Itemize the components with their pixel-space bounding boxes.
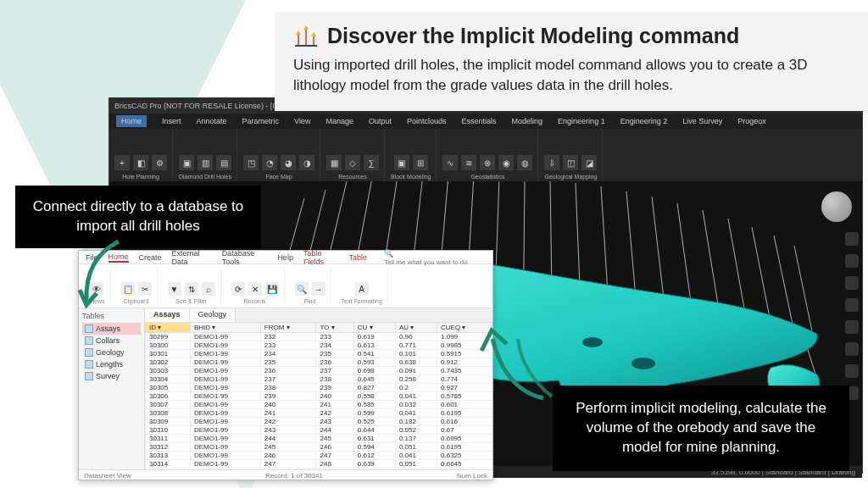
ribbon-icon[interactable]: ⇩ — [544, 155, 559, 170]
table-row[interactable]: 30310DEMO1-992432440.6440.0520.67 — [146, 426, 492, 435]
table-row[interactable]: 30311DEMO1-992442450.6310.1370.6995 — [146, 435, 492, 443]
cell[interactable]: 234 — [316, 341, 353, 350]
cell[interactable]: 0.639 — [353, 460, 395, 469]
table-row[interactable]: 30302DEMO1-992352360.5930.6380.912 — [146, 358, 492, 367]
cell[interactable]: 241 — [260, 409, 316, 418]
cell[interactable]: 30300 — [146, 341, 191, 350]
cad-tab-output[interactable]: Output — [369, 117, 392, 125]
tool-icon[interactable] — [845, 232, 859, 246]
ribbon-icon[interactable]: ▣ — [394, 155, 409, 170]
cad-tab-annotate[interactable]: Annotate — [197, 117, 227, 125]
cell[interactable]: 30303 — [146, 367, 191, 375]
db-table-tabs[interactable]: AssaysGeology — [145, 308, 492, 322]
cell[interactable]: 246 — [316, 443, 353, 452]
cell[interactable]: 0.558 — [353, 392, 395, 401]
cell[interactable]: 30311 — [146, 435, 191, 443]
cell[interactable]: DEMO1-99 — [190, 358, 260, 367]
cell[interactable]: 0.585 — [353, 401, 395, 409]
nav-item-assays[interactable]: Assays — [82, 323, 141, 335]
cad-tab-live-survey[interactable]: Live Survey — [682, 117, 722, 125]
cell[interactable]: DEMO1-99 — [190, 426, 260, 435]
cell[interactable]: 30305 — [146, 384, 191, 392]
ribbon-icon[interactable]: ⊗ — [480, 155, 495, 170]
ribbon-icon[interactable]: ▣ — [179, 155, 194, 170]
cad-tab-parametric[interactable]: Parametric — [242, 117, 280, 125]
cell[interactable]: 0.644 — [353, 426, 395, 435]
cell[interactable]: 232 — [260, 333, 316, 341]
nav-item-geology[interactable]: Geology — [82, 347, 141, 358]
cell[interactable]: 0.67 — [437, 426, 492, 435]
cell[interactable]: 0.6195 — [437, 443, 492, 452]
cell[interactable]: 238 — [316, 375, 353, 384]
cell[interactable]: 0.6645 — [437, 460, 492, 469]
cell[interactable]: 242 — [316, 409, 353, 418]
db-ribbon-icon[interactable]: 🔍 — [295, 282, 309, 296]
cell[interactable]: 244 — [260, 435, 316, 443]
table-row[interactable]: 30303DEMO1-992362370.6980.0910.7435 — [146, 367, 492, 375]
table-row[interactable]: 30305DEMO1-992382390.8270.20.927 — [146, 384, 492, 392]
cell[interactable]: 0.541 — [353, 350, 395, 358]
ribbon-icon[interactable]: ◪ — [581, 155, 597, 170]
db-ribbon-icon[interactable]: → — [312, 282, 326, 296]
tool-icon[interactable] — [845, 254, 859, 268]
tool-icon[interactable] — [845, 320, 859, 334]
cell[interactable]: 0.137 — [395, 435, 437, 443]
cell[interactable]: DEMO1-99 — [190, 443, 260, 452]
cell[interactable]: 247 — [260, 460, 316, 469]
db-menu-database-tools[interactable]: Database Tools — [222, 249, 268, 266]
cell[interactable]: 248 — [316, 460, 353, 469]
ribbon-icon[interactable]: ◕ — [281, 155, 296, 170]
cell[interactable]: 235 — [260, 358, 316, 367]
ribbon-icon[interactable]: + — [114, 155, 130, 170]
cell[interactable]: 0.594 — [353, 443, 395, 452]
table-tab-assays[interactable]: Assays — [145, 308, 190, 322]
table-row[interactable]: 30313DEMO1-992462470.6120.0410.6325 — [146, 452, 492, 460]
cell[interactable]: 0.6995 — [437, 435, 492, 443]
cell[interactable]: 240 — [316, 392, 353, 401]
cad-tab-essentials[interactable]: Essentials — [462, 117, 497, 125]
cell[interactable]: 0.607 — [353, 469, 395, 470]
tool-icon[interactable] — [845, 364, 859, 378]
col-id[interactable]: ID ▾ — [146, 323, 191, 333]
cell[interactable]: 30312 — [146, 443, 191, 452]
cell[interactable]: 30306 — [146, 392, 191, 401]
cell[interactable]: DEMO1-99 — [190, 392, 260, 401]
cell[interactable]: 237 — [260, 375, 316, 384]
ribbon-icon[interactable]: ▤ — [216, 155, 231, 170]
cell[interactable]: DEMO1-99 — [190, 435, 260, 443]
cell[interactable]: 0.631 — [353, 435, 395, 443]
cell[interactable]: 30313 — [146, 452, 191, 460]
viewport-tools[interactable] — [845, 232, 859, 400]
cell[interactable]: DEMO1-99 — [190, 469, 260, 470]
col-to[interactable]: TO ▾ — [316, 323, 353, 333]
db-table[interactable]: ID ▾BHID ▾FROM ▾TO ▾CU ▾AU ▾CUEQ ▾30299D… — [145, 322, 492, 469]
table-row[interactable]: 30315DEMO1-992482490.6070.1730.6935 — [146, 469, 492, 470]
cell[interactable]: 248 — [260, 469, 316, 470]
view-cube[interactable] — [821, 191, 852, 222]
cell[interactable]: DEMO1-99 — [190, 384, 260, 392]
cell[interactable]: 245 — [316, 435, 353, 443]
cell[interactable]: 0.051 — [395, 443, 437, 452]
cad-tab-progeox[interactable]: Progeox — [737, 117, 766, 125]
cell[interactable]: 235 — [316, 350, 353, 358]
cell[interactable]: 30310 — [146, 426, 191, 435]
ribbon-icon[interactable]: ≋ — [461, 155, 476, 170]
cad-tab-modeling[interactable]: Modeling — [512, 117, 543, 125]
db-menu-table-fields[interactable]: Table Fields — [303, 249, 339, 266]
table-row[interactable]: 30308DEMO1-992412420.5990.0410.6195 — [146, 409, 492, 418]
cell[interactable]: 0.052 — [395, 426, 437, 435]
db-menu-tabs[interactable]: FileHomeCreateExternal DataDatabase Tool… — [79, 251, 492, 264]
col-cu[interactable]: CU ▾ — [353, 323, 395, 333]
cell[interactable]: 0.041 — [395, 392, 437, 401]
cell[interactable]: 0.698 — [353, 367, 395, 375]
table-row[interactable]: 30314DEMO1-992472480.6390.0510.6645 — [146, 460, 492, 469]
ribbon-icon[interactable]: ⚙ — [152, 155, 167, 170]
cell[interactable]: DEMO1-99 — [190, 409, 260, 418]
table-row[interactable]: 30312DEMO1-992452460.5940.0510.6195 — [146, 443, 492, 452]
cell[interactable]: 0.032 — [395, 401, 437, 409]
tool-icon[interactable] — [845, 276, 859, 290]
cell[interactable]: 236 — [260, 367, 316, 375]
db-ribbon-icon[interactable]: ⟳ — [231, 282, 245, 296]
ribbon-icon[interactable]: ◧ — [133, 155, 148, 170]
ribbon-icon[interactable]: ⊞ — [413, 155, 428, 170]
